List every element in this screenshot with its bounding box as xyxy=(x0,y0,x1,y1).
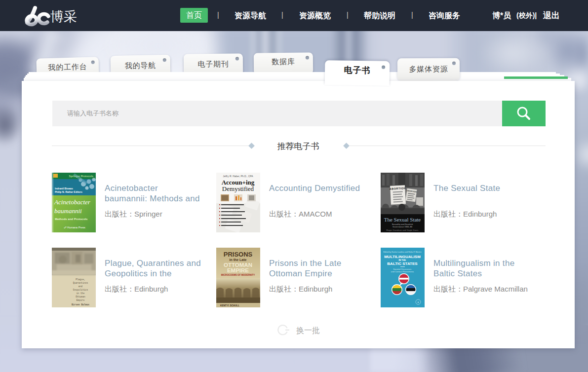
svg-text:in the Late: in the Late xyxy=(229,258,246,261)
svg-text:EMPIRE: EMPIRE xyxy=(227,267,249,273)
svg-text:in the: in the xyxy=(77,292,85,295)
svg-text:Birsen Bulmus: Birsen Bulmus xyxy=(72,303,89,306)
svg-text:Demystified: Demystified xyxy=(222,185,254,192)
svg-text:Springer Protocols: Springer Protocols xyxy=(69,175,93,178)
svg-text:Jeffry R. Haber, Ph.D., CPA: Jeffry R. Haber, Ph.D., CPA xyxy=(223,175,253,178)
svg-text:Acinetobacter: Acinetobacter xyxy=(54,198,91,206)
svg-text:KENT F. SCHULL: KENT F. SCHULL xyxy=(220,304,239,307)
svg-text:and Contact Phenomena: and Contact Phenomena xyxy=(391,270,414,273)
svg-text:☍ Humana Press: ☍ Humana Press xyxy=(64,226,85,229)
svg-text:Ottoman: Ottoman xyxy=(76,296,85,298)
svg-text:Geopolitics: Geopolitics xyxy=(73,289,88,291)
svg-text:Methods and Protocols: Methods and Protocols xyxy=(55,218,88,221)
svg-text:The Sexual State: The Sexual State xyxy=(384,217,421,223)
svg-text:★: ★ xyxy=(417,301,419,303)
svg-text:Quarantines: Quarantines xyxy=(73,282,88,284)
svg-text:PRISONS: PRISONS xyxy=(224,251,253,258)
svg-text:MICROCOSMS OF MODERNITY: MICROCOSMS OF MODERNITY xyxy=(221,274,255,276)
svg-text:Philip N. Rather Editors: Philip N. Rather Editors xyxy=(55,190,82,193)
svg-text:BALTIC STATES: BALTIC STATES xyxy=(387,261,418,266)
svg-text:Roger Davidson and Gayle Davis: Roger Davidson and Gayle Davis xyxy=(387,229,419,231)
svg-text:and: and xyxy=(78,285,83,288)
svg-text:Edited by Sanita Lazdina and H: Edited by Sanita Lazdina and Heiko F. Ma… xyxy=(383,251,421,253)
svg-text:baumannii: baumannii xyxy=(54,207,82,215)
svg-text:MULTILINGUALISM: MULTILINGUALISM xyxy=(384,255,421,259)
svg-text:Plague,: Plague, xyxy=(76,278,85,281)
svg-text:Governance 1950–80: Governance 1950–80 xyxy=(392,225,413,228)
svg-text:Indranil Biswas: Indranil Biswas xyxy=(55,187,73,190)
svg-text:Empire: Empire xyxy=(77,299,85,301)
